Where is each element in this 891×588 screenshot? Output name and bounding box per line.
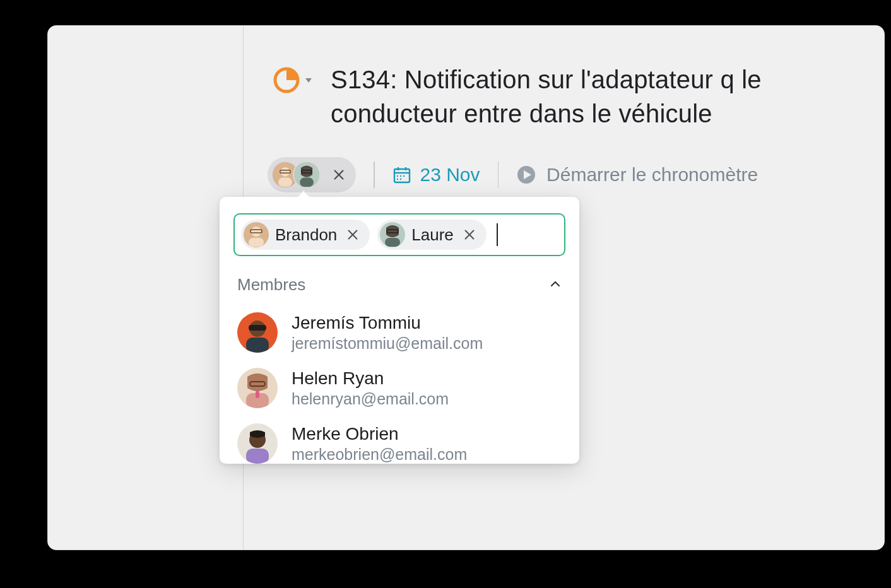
avatar <box>293 161 321 189</box>
member-info: Jeremís Tommiu jeremístommiu@email.com <box>292 313 483 353</box>
play-circle-icon <box>516 165 536 185</box>
divider <box>374 162 375 188</box>
calendar-icon <box>392 165 411 184</box>
member-email: jeremístommiu@email.com <box>292 334 483 353</box>
clear-assignees-button[interactable] <box>332 168 346 182</box>
assignee-token: Laure <box>377 220 487 250</box>
avatar <box>244 222 269 247</box>
svg-rect-36 <box>246 338 269 353</box>
avatar <box>237 368 278 408</box>
avatar <box>237 312 278 353</box>
svg-rect-11 <box>394 169 410 182</box>
member-name: Helen Ryan <box>292 368 449 389</box>
assignee-picker-popover: Brandon Laure Membres Jere <box>220 197 579 464</box>
status-picker[interactable] <box>273 66 312 94</box>
svg-rect-37 <box>249 325 266 331</box>
due-date-chip[interactable]: 23 Nov <box>392 164 480 185</box>
member-info: Merke Obrien merkeobrien@email.com <box>292 424 467 464</box>
svg-point-2 <box>281 167 290 177</box>
member-name: Jeremís Tommiu <box>292 313 483 333</box>
pie-quarter-icon <box>273 66 300 94</box>
assignee-token: Brandon <box>241 220 370 250</box>
title-row: S134: Notification sur l'adaptateur q le… <box>273 62 884 131</box>
remove-token-button[interactable] <box>460 226 479 243</box>
members-label: Membres <box>237 275 305 295</box>
divider <box>498 162 499 188</box>
svg-rect-42 <box>256 391 259 398</box>
start-timer-button[interactable]: Démarrer le chronomètre <box>516 164 758 185</box>
member-option[interactable]: Merke Obrien merkeobrien@email.com <box>220 416 579 464</box>
member-email: helenryan@email.com <box>292 390 449 408</box>
chevron-down-icon <box>305 78 312 83</box>
task-title: S134: Notification sur l'adaptateur q le… <box>331 62 884 131</box>
member-name: Merke Obrien <box>292 424 467 444</box>
sidebar <box>48 26 244 550</box>
svg-rect-3 <box>278 178 292 187</box>
timer-label: Démarrer le chronomètre <box>546 164 758 185</box>
svg-rect-30 <box>385 238 400 247</box>
svg-rect-24 <box>249 238 264 247</box>
chevron-up-icon <box>549 278 562 293</box>
member-list: Jeremís Tommiu jeremístommiu@email.com H… <box>220 305 579 464</box>
task-meta-row: 23 Nov Démarrer le chronomètre <box>268 157 884 192</box>
token-name: Brandon <box>275 225 337 245</box>
assignees-chip[interactable] <box>268 157 356 192</box>
member-email: merkeobrien@email.com <box>292 445 467 464</box>
due-date-text: 23 Nov <box>420 164 480 185</box>
svg-rect-7 <box>300 178 314 187</box>
token-name: Laure <box>411 225 454 245</box>
members-section-header[interactable]: Membres <box>220 269 579 305</box>
remove-token-button[interactable] <box>343 226 362 243</box>
member-info: Helen Ryan helenryan@email.com <box>292 368 449 408</box>
member-option[interactable]: Helen Ryan helenryan@email.com <box>220 360 579 416</box>
text-cursor <box>497 223 498 246</box>
svg-point-23 <box>251 226 261 237</box>
svg-rect-45 <box>246 449 269 464</box>
popover-arrow <box>295 189 310 197</box>
avatar <box>237 423 278 464</box>
member-option[interactable]: Jeremís Tommiu jeremístommiu@email.com <box>220 305 579 360</box>
assignee-search-input[interactable]: Brandon Laure <box>233 213 565 256</box>
avatar <box>380 222 405 247</box>
